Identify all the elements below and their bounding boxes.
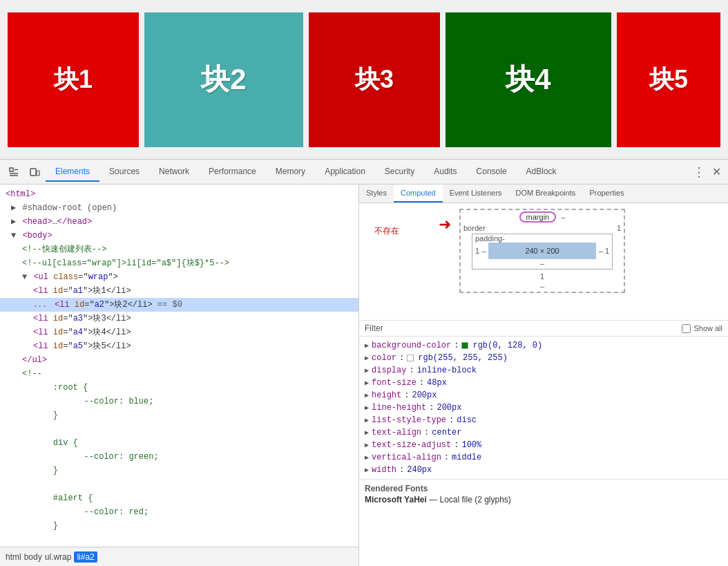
breadcrumb-body[interactable]: body — [24, 552, 42, 562]
prop-display[interactable]: ▶ display : inline-block — [365, 364, 722, 377]
style-tab-event-listeners[interactable]: Event Listeners — [443, 185, 509, 202]
prop-text-size-adjust[interactable]: ▶ text-size-adjust : 100% — [365, 439, 722, 451]
html-line[interactable]: ▶ <head>…</head> — [0, 215, 358, 229]
tab-security[interactable]: Security — [375, 162, 424, 182]
html-line[interactable]: <!--ul[class="wrap"]>li[id="a$"]{块$}*5--… — [0, 256, 358, 270]
html-line[interactable]: --color: green; — [0, 450, 358, 464]
breadcrumb: html body ul.wrap li#a2 — [0, 547, 358, 566]
svg-rect-0 — [10, 168, 13, 171]
tab-audits[interactable]: Audits — [424, 162, 466, 182]
style-tab-computed[interactable]: Computed — [394, 185, 443, 202]
box-model-diagram: margin – border 1 padding- — [456, 209, 629, 293]
css-properties-list: ▶ background-color : rgb(0, 128, 0) ▶ co… — [359, 337, 728, 479]
preview-area: 块1 块2 块3 块4 块5 — [0, 0, 728, 159]
breadcrumb-li-a2[interactable]: li#a2 — [74, 551, 97, 563]
computed-content[interactable]: 不存在 ➜ margin – — [359, 203, 728, 566]
padding-area: padding- 1 – 240 × 200 – 1 – — [472, 234, 613, 270]
border-row: border 1 — [461, 224, 624, 232]
devtools-more-options[interactable]: ⋮ — [690, 164, 708, 180]
style-tab-dom-breakpoints[interactable]: DOM Breakpoints — [509, 185, 583, 202]
html-line[interactable]: :root { — [0, 381, 358, 395]
html-line[interactable]: <!-- — [0, 367, 358, 381]
html-line[interactable]: --color: blue; — [0, 395, 358, 408]
styles-tabs: Styles Computed Event Listeners DOM Brea… — [359, 185, 728, 203]
elements-panel: <html> ▶ #shadow-root (open) ▶ <head>…</… — [0, 185, 359, 566]
prop-background-color[interactable]: ▶ background-color : rgb(0, 128, 0) — [365, 339, 722, 352]
html-line — [0, 422, 358, 436]
tab-performance[interactable]: Performance — [199, 162, 266, 182]
devtools-toolbar: Elements Sources Network Performance Mem… — [0, 160, 728, 185]
html-line[interactable]: <li id="a1">块1</li> — [0, 284, 358, 298]
block-4: 块4 — [446, 12, 611, 147]
html-line[interactable]: ▼ <ul class="wrap"> — [0, 270, 358, 284]
prop-vertical-align[interactable]: ▶ vertical-align : middle — [365, 451, 722, 464]
devtools-main: <html> ▶ #shadow-root (open) ▶ <head>…</… — [0, 185, 728, 566]
devtools-tabs: Elements Sources Network Performance Mem… — [46, 162, 689, 182]
html-line[interactable]: ▶ #shadow-root (open) — [0, 201, 358, 215]
not-exist-label: 不存在 — [374, 225, 399, 237]
color-swatch-white — [407, 355, 414, 361]
prop-list-style-type[interactable]: ▶ list-style-type : disc — [365, 414, 722, 426]
html-line[interactable]: <li id="a5">块5</li> — [0, 339, 358, 353]
breadcrumb-html[interactable]: html — [6, 552, 21, 562]
show-all-label: Show all — [693, 324, 722, 332]
arrow-icon: ➜ — [439, 216, 451, 234]
color-swatch-green — [461, 342, 468, 349]
elements-content[interactable]: <html> ▶ #shadow-root (open) ▶ <head>…</… — [0, 185, 358, 547]
show-all-checkbox[interactable] — [682, 324, 691, 333]
prop-height[interactable]: ▶ height : 200px — [365, 389, 722, 402]
block-2: 块2 — [144, 12, 303, 147]
rendered-fonts-header: Rendered Fonts — [365, 484, 722, 493]
filter-bar: Filter Show all — [359, 321, 728, 337]
prop-font-size[interactable]: ▶ font-size : 48px — [365, 377, 722, 389]
html-line[interactable]: <html> — [0, 187, 358, 201]
block-5: 块5 — [617, 12, 720, 147]
tab-elements[interactable]: Elements — [46, 162, 99, 182]
tab-adblock[interactable]: AdBlock — [517, 162, 566, 182]
tab-memory[interactable]: Memory — [266, 162, 315, 182]
tab-application[interactable]: Application — [315, 162, 375, 182]
content-box: 240 × 200 — [488, 243, 595, 259]
svg-rect-4 — [30, 169, 36, 176]
breadcrumb-ul-wrap[interactable]: ul.wrap — [45, 552, 72, 562]
style-tab-styles[interactable]: Styles — [359, 185, 394, 202]
html-line[interactable]: } — [0, 519, 358, 533]
devtools-panel: Elements Sources Network Performance Mem… — [0, 159, 728, 566]
html-line[interactable]: } — [0, 408, 358, 422]
rendered-font-name: Microsoft YaHei — Local file (2 glyphs) — [365, 495, 722, 504]
html-line[interactable]: ▼ <body> — [0, 229, 358, 243]
html-line[interactable]: <!--快速创建列表--> — [0, 243, 358, 256]
styles-panel: Styles Computed Event Listeners DOM Brea… — [359, 185, 728, 566]
html-line[interactable]: <li id="a3">块3</li> — [0, 312, 358, 326]
style-tab-properties[interactable]: Properties — [582, 185, 631, 202]
margin-label: margin — [519, 211, 557, 223]
prop-line-height[interactable]: ▶ line-height : 200px — [365, 402, 722, 414]
prop-width[interactable]: ▶ width : 240px — [365, 464, 722, 476]
html-line[interactable]: } — [0, 464, 358, 478]
rendered-fonts-section: Rendered Fonts Microsoft YaHei — Local f… — [359, 479, 728, 507]
block-1: 块1 — [8, 12, 139, 147]
tab-console[interactable]: Console — [467, 162, 517, 182]
svg-rect-5 — [37, 171, 39, 176]
tab-network[interactable]: Network — [149, 162, 199, 182]
prop-text-align[interactable]: ▶ text-align : center — [365, 426, 722, 439]
device-toggle-button[interactable] — [25, 162, 44, 182]
html-line — [0, 533, 358, 547]
html-line[interactable]: div { — [0, 436, 358, 450]
prop-color[interactable]: ▶ color : rgb(255, 255, 255) — [365, 352, 722, 364]
html-line[interactable]: </ul> — [0, 353, 358, 367]
box-model-area: 不存在 ➜ margin – — [359, 203, 728, 321]
inspect-element-button[interactable] — [4, 162, 23, 182]
filter-label: Filter — [365, 323, 682, 333]
html-line-selected[interactable]: ... <li id="a2">块2</li> == $0 — [0, 298, 358, 312]
devtools-close-button[interactable]: ✕ — [709, 165, 724, 178]
html-line[interactable]: --color: red; — [0, 505, 358, 519]
html-line[interactable]: <li id="a4">块4</li> — [0, 326, 358, 339]
html-line[interactable]: #alert { — [0, 491, 358, 505]
tab-sources[interactable]: Sources — [99, 162, 149, 182]
block-3: 块3 — [309, 12, 440, 147]
html-line — [0, 478, 358, 491]
